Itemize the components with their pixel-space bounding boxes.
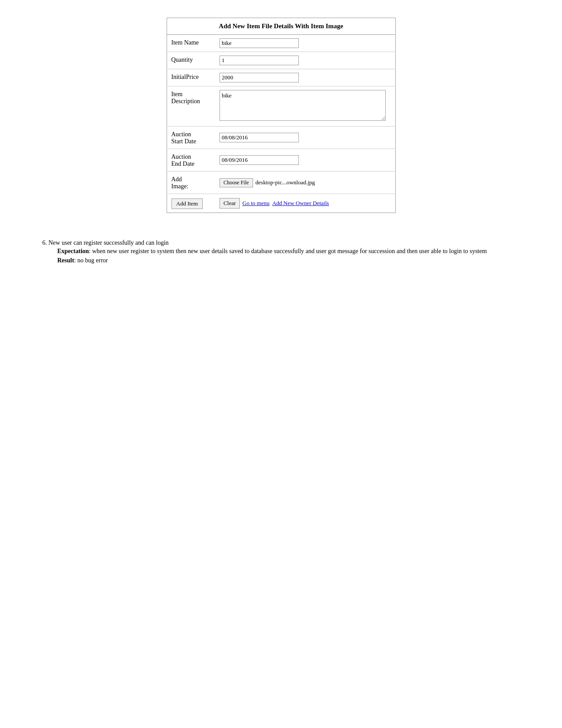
item-name-label: Item Name — [167, 35, 215, 52]
table-row: Quantity — [167, 52, 395, 69]
action-row: Clear Go to menu Add New Owner Details — [220, 198, 391, 209]
add-item-label: Add Item — [167, 194, 215, 213]
choose-file-button[interactable]: Choose File — [220, 178, 253, 187]
initial-price-input[interactable] — [220, 73, 299, 82]
auction-end-date-label: AuctionEnd Date — [167, 149, 215, 172]
item-description-textarea[interactable]: bike — [220, 90, 386, 121]
table-row: Add Item Clear Go to menu Add New Owner … — [167, 194, 395, 213]
table-row: InitialPrice — [167, 69, 395, 86]
add-item-form-table: Add New Item File Details With Item Imag… — [167, 18, 396, 213]
form-title: Add New Item File Details With Item Imag… — [167, 18, 395, 35]
add-item-button[interactable]: Add Item — [171, 198, 203, 209]
item-name-input[interactable] — [220, 38, 299, 48]
item-description-label: ItemDescription — [167, 86, 215, 127]
list-item: New user can register successfully and c… — [48, 239, 536, 265]
expectation-text: : when new user register to system then … — [89, 248, 487, 254]
goto-menu-link[interactable]: Go to menu — [242, 200, 269, 207]
table-row: AddImage: Choose File desktop-pic...ownl… — [167, 172, 395, 194]
page-container: Add New Item File Details With Item Imag… — [26, 18, 536, 265]
result-text: : no bug error — [74, 257, 108, 264]
add-image-cell: Choose File desktop-pic...ownload.jpg — [215, 172, 395, 194]
file-name-display: desktop-pic...ownload.jpg — [256, 179, 315, 186]
auction-start-date-label: AuctionStart Date — [167, 127, 215, 149]
clear-button[interactable]: Clear — [220, 198, 240, 209]
result-label: Result — [57, 257, 74, 264]
quantity-input[interactable] — [220, 56, 299, 65]
quantity-cell — [215, 52, 395, 69]
item-description-cell: bike — [215, 86, 395, 127]
item-name-cell — [215, 35, 395, 52]
add-image-label: AddImage: — [167, 172, 215, 194]
auction-start-date-input[interactable] — [220, 133, 299, 142]
quantity-label: Quantity — [167, 52, 215, 69]
form-wrapper: Add New Item File Details With Item Imag… — [26, 18, 536, 213]
add-new-owner-link[interactable]: Add New Owner Details — [272, 200, 329, 207]
notes-section: New user can register successfully and c… — [26, 239, 536, 265]
file-input-area: Choose File desktop-pic...ownload.jpg — [220, 178, 391, 187]
table-row: Item Name — [167, 35, 395, 52]
note-body: Expectation: when new user register to s… — [57, 246, 536, 265]
auction-end-date-cell — [215, 149, 395, 172]
note-title: New user can register successfully and c… — [48, 239, 169, 246]
table-row: AuctionStart Date — [167, 127, 395, 149]
auction-start-date-cell — [215, 127, 395, 149]
table-row: ItemDescription bike — [167, 86, 395, 127]
action-buttons-cell: Clear Go to menu Add New Owner Details — [215, 194, 395, 213]
initial-price-label: InitialPrice — [167, 69, 215, 86]
table-row: AuctionEnd Date — [167, 149, 395, 172]
auction-end-date-input[interactable] — [220, 155, 299, 165]
expectation-label: Expectation — [57, 248, 89, 254]
initial-price-cell — [215, 69, 395, 86]
